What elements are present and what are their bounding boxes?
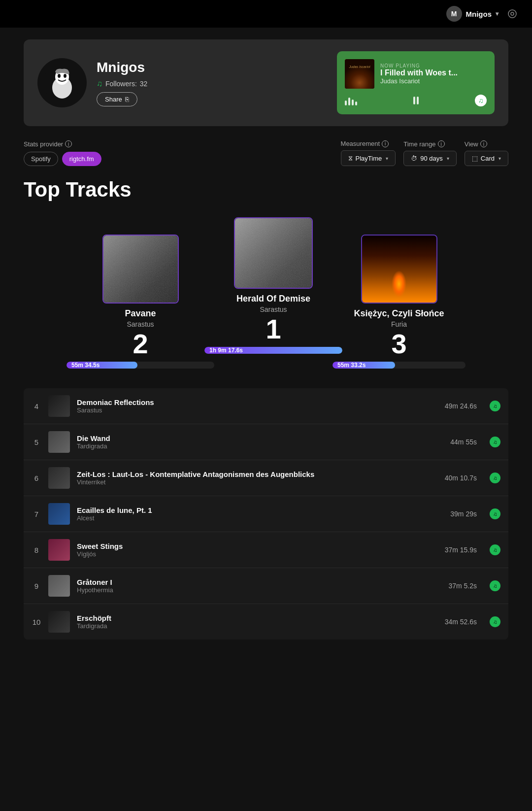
track-duration: 44m 55s (450, 438, 477, 446)
track-rank-number: 6 (32, 474, 41, 482)
share-button[interactable]: Share ⎘ (97, 92, 137, 106)
controls-row: Stats provider i Spotify rigtch.fm Measu… (24, 140, 508, 166)
rank1-duration-label: 1h 9m 17.6s (209, 347, 243, 354)
time-range-dropdown[interactable]: ⏱ 90 days ▾ (403, 151, 457, 166)
spotify-badge[interactable]: ♫ (490, 401, 500, 411)
spotify-badge[interactable]: ♫ (490, 544, 500, 555)
share-icon: ⎘ (125, 96, 129, 103)
spotify-provider-button[interactable]: Spotify (24, 152, 58, 166)
view-arrow-icon: ▾ (499, 156, 501, 161)
track-thumbnail (48, 503, 70, 525)
spotify-badge-icon: ♫ (493, 619, 497, 625)
track-artist: Alcest (77, 514, 443, 522)
spotify-logo-text: ♫ (478, 97, 484, 104)
now-playing-top: Judas Iscariot NOW PLAYING I Filled with… (345, 59, 487, 89)
rank1-track-name: Herald Of Demise (236, 294, 310, 304)
rank1-bar-area: 1h 9m 17.6s (204, 343, 342, 354)
track-row[interactable]: 10 Erschöpft Tardigrada 34m 52.6s ♫ (24, 604, 508, 640)
track-artist: Tardigrada (77, 622, 438, 630)
spotify-badge[interactable]: ♫ (490, 580, 500, 591)
spotify-badge-icon: ♫ (493, 475, 497, 481)
now-playing-artist-label: NOW PLAYING (380, 63, 487, 68)
track-duration: 49m 24.6s (445, 402, 477, 410)
track-row[interactable]: 9 Gråtoner I Hypothermia 37m 5.2s ♫ (24, 568, 508, 604)
podium-area: Pavane Sarastus 2 55m 34.5s Herald Of De… (24, 217, 508, 369)
measurement-value: PlayTime (356, 155, 382, 162)
rank1-progress-bar: 1h 9m 17.6s (204, 347, 342, 354)
profile-avatar (37, 58, 87, 107)
settings-icon[interactable] (504, 6, 520, 22)
rank1-album-art (234, 217, 313, 289)
podium-rank-3: Księżyc, Czyli Słońce Furia 3 55m 33.2s (332, 235, 466, 369)
podium-rank-1: Herald Of Demise Sarastus 1 1h 9m 17.6s (204, 217, 342, 354)
dropdown-arrow-icon: ▾ (386, 156, 388, 161)
measurement-label: Measurement i (341, 140, 396, 147)
measurement-control: Measurement i ⧖ PlayTime ▾ (341, 140, 396, 166)
view-value: Card (481, 155, 495, 162)
track-title: Zeit-Los : Laut-Los - Kontemplative Anta… (77, 470, 438, 478)
track-duration: 39m 29s (450, 510, 477, 518)
measurement-dropdown[interactable]: ⧖ PlayTime ▾ (341, 150, 396, 166)
track-row[interactable]: 8 Sweet Stings Vígljós 37m 15.9s ♫ (24, 532, 508, 568)
provider-buttons: Spotify rigtch.fm (24, 152, 101, 166)
profile-card: Mnigos ♫ Followers: 32 Share ⎘ (24, 39, 508, 126)
svg-rect-7 (345, 59, 374, 89)
now-playing-info: NOW PLAYING I Filled with Woes t... Juda… (380, 63, 487, 85)
stats-provider-info-icon[interactable]: i (65, 140, 72, 147)
rank3-bar-area: 55m 33.2s (332, 358, 466, 369)
rank2-duration-label: 55m 34.5s (71, 362, 100, 369)
now-playing-artist: Judas Iscariot (380, 77, 487, 85)
rank1-progress-wrapper: 1h 9m 17.6s (204, 347, 342, 354)
rigtch-provider-button[interactable]: rigtch.fm (62, 152, 101, 166)
track-title: Ecailles de lune, Pt. 1 (77, 506, 443, 514)
stats-provider-label: Stats provider i (24, 140, 101, 148)
track-artist: Vígljós (77, 550, 438, 558)
spotify-icon: ♫ (97, 79, 102, 88)
track-title: Erschöpft (77, 614, 438, 622)
rank3-progress-bar: 55m 33.2s (332, 362, 466, 369)
track-rank-number: 8 (32, 546, 41, 554)
track-row[interactable]: 4 Demoniac Reflections Sarastus 49m 24.6… (24, 388, 508, 424)
time-range-control: Time range i ⏱ 90 days ▾ (403, 140, 457, 166)
rank2-progress-bar: 55m 34.5s (66, 362, 214, 369)
view-dropdown[interactable]: ⬚ Card ▾ (465, 151, 508, 166)
user-menu[interactable]: M Mnigos ▾ (446, 6, 499, 22)
track-thumbnail (48, 539, 70, 561)
track-details: Zeit-Los : Laut-Los - Kontemplative Anta… (77, 470, 438, 486)
share-label: Share (105, 96, 122, 103)
track-thumbnail (48, 431, 70, 453)
spotify-badge-icon: ♫ (493, 511, 497, 517)
spotify-badge-icon: ♫ (493, 439, 497, 445)
track-details: Demoniac Reflections Sarastus (77, 398, 438, 414)
username-label: Mnigos (466, 10, 492, 18)
time-range-value: 90 days (420, 155, 443, 162)
rank2-track-name: Pavane (125, 308, 156, 319)
track-title: Die Wand (77, 434, 443, 442)
top-nav: M Mnigos ▾ (0, 0, 532, 28)
track-artist: Sarastus (77, 406, 438, 414)
hourglass-icon: ⧖ (348, 154, 353, 162)
view-info-icon[interactable]: i (480, 140, 487, 147)
track-title: Gråtoner I (77, 578, 441, 586)
profile-left: Mnigos ♫ Followers: 32 Share ⎘ (37, 58, 147, 107)
svg-point-6 (64, 74, 66, 78)
profile-name: Mnigos (97, 60, 147, 75)
rank3-track-name: Księżyc, Czyli Słońce (354, 308, 444, 319)
now-playing-bottom: ♫ (345, 95, 487, 106)
svg-text:Judas Iscariot: Judas Iscariot (348, 65, 370, 68)
track-row[interactable]: 7 Ecailles de lune, Pt. 1 Alcest 39m 29s… (24, 496, 508, 532)
measurement-info-icon[interactable]: i (382, 140, 389, 147)
spotify-badge[interactable]: ♫ (490, 437, 500, 447)
spotify-badge[interactable]: ♫ (490, 616, 500, 627)
equalizer-icon (345, 96, 357, 105)
spotify-badge[interactable]: ♫ (490, 508, 500, 519)
now-playing-card[interactable]: Judas Iscariot NOW PLAYING I Filled with… (337, 51, 495, 114)
track-row[interactable]: 5 Die Wand Tardigrada 44m 55s ♫ (24, 424, 508, 460)
track-row[interactable]: 6 Zeit-Los : Laut-Los - Kontemplative An… (24, 460, 508, 496)
time-range-info-icon[interactable]: i (438, 140, 445, 147)
pause-icon[interactable] (413, 97, 419, 104)
track-duration: 37m 5.2s (448, 582, 477, 590)
spotify-badge[interactable]: ♫ (490, 473, 500, 483)
spotify-logo: ♫ (475, 95, 487, 106)
track-details: Sweet Stings Vígljós (77, 542, 438, 558)
